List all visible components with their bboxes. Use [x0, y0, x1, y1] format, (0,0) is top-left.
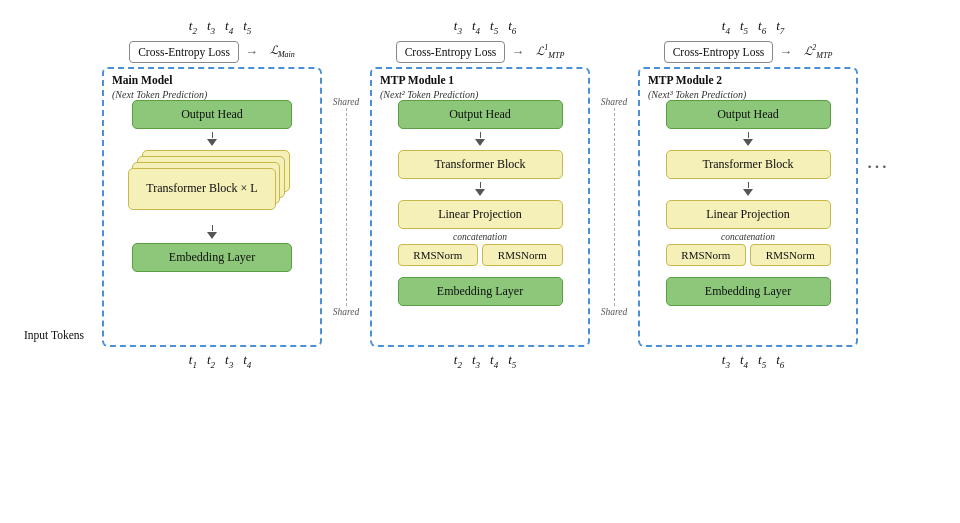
input-tokens-label: Input Tokens [24, 329, 84, 341]
token-t4-mtp2-input: t4 [740, 352, 748, 370]
main-output-head: Output Head [132, 100, 292, 129]
arrow4 [480, 182, 481, 188]
arrow1 [212, 132, 213, 138]
mtp2-content: Output Head Transformer Block Linear Pro… [648, 97, 848, 309]
mtp2-box: MTP Module 2 (Next³ Token Prediction) Ou… [638, 67, 858, 347]
mtp2-rmsnorm-row: RMSNorm RMSNorm [666, 244, 831, 266]
main-loss-arrow: → [245, 44, 258, 60]
token-t2-main-target: t2 [189, 18, 197, 36]
mtp2-input-tokens: t3 t4 t5 t6 [712, 352, 785, 370]
main-target-tokens: t2 t3 t4 t5 [173, 18, 252, 36]
mtp2-ce-row: Cross-Entropy Loss → ℒ2MTP [664, 41, 833, 63]
main-transformer-stack: Transformer Block × L [128, 150, 296, 222]
arrow5 [748, 132, 749, 138]
mtp1-embedding-layer: Embedding Layer [398, 277, 563, 306]
shared-label-bottom-1: Shared [331, 306, 362, 318]
token-t3-mtp1-input: t3 [472, 352, 480, 370]
main-loss-label: ℒMain [270, 43, 295, 59]
arrow6-head [743, 189, 753, 196]
mtp2-subtitle: (Next³ Token Prediction) [648, 89, 746, 100]
token-t4-mtp1-target: t4 [472, 18, 480, 36]
token-t4-main-target: t4 [225, 18, 233, 36]
token-t3-mtp1-target: t3 [454, 18, 462, 36]
connector-2: Shared Shared [590, 96, 638, 318]
mtp1-ce-row: Cross-Entropy Loss → ℒ1MTP [396, 41, 565, 63]
mtp2-output-head: Output Head [666, 100, 831, 129]
mtp2-transformer-block: Transformer Block [666, 150, 831, 179]
token-t6-mtp1-target: t6 [508, 18, 516, 36]
token-t5-mtp1-input: t5 [508, 352, 516, 370]
main-model-column: t2 t3 t4 t5 Cross-Entropy Loss → ℒMain M… [102, 18, 322, 369]
mtp2-rmsnorm-1: RMSNorm [666, 244, 747, 266]
main-model-box: Main Model (Next Token Prediction) Outpu… [102, 67, 322, 347]
mtp2-target-tokens: t4 t5 t6 t7 [712, 18, 785, 36]
arrow2-head [207, 232, 217, 239]
token-t7-mtp2-target: t7 [776, 18, 784, 36]
mtp1-input-tokens: t2 t3 t4 t5 [444, 352, 517, 370]
mtp1-column: t3 t4 t5 t6 Cross-Entropy Loss → ℒ1MTP M… [370, 18, 590, 369]
main-transformer-label: Transformer Block × L [146, 181, 257, 196]
token-t2-mtp1-input: t2 [454, 352, 462, 370]
arrow2 [212, 225, 213, 231]
mtp2-concat-label: concatenation [721, 232, 775, 242]
token-t5-mtp2-input: t5 [758, 352, 766, 370]
mtp1-linear-projection: Linear Projection [398, 200, 563, 229]
arrow6 [748, 182, 749, 188]
token-t1-main-input: t1 [189, 352, 197, 370]
mtp2-embedding-layer: Embedding Layer [666, 277, 831, 306]
mtp1-target-tokens: t3 t4 t5 t6 [444, 18, 517, 36]
mtp1-transformer-block: Transformer Block [398, 150, 563, 179]
main-ce-row: Cross-Entropy Loss → ℒMain [129, 41, 295, 63]
shared-label-top-2: Shared [599, 96, 630, 108]
mtp1-box: MTP Module 1 (Next² Token Prediction) Ou… [370, 67, 590, 347]
token-t4-main-input: t4 [243, 352, 251, 370]
mtp1-rmsnorm-row: RMSNorm RMSNorm [398, 244, 563, 266]
mtp1-loss-label: ℒ1MTP [536, 43, 564, 60]
shared-dashed-line-1 [346, 108, 347, 306]
main-model-title: Main Model [112, 74, 172, 86]
mtp1-loss-arrow: → [511, 44, 524, 60]
mtp2-cross-entropy: Cross-Entropy Loss [664, 41, 774, 63]
mtp1-subtitle: (Next² Token Prediction) [380, 89, 478, 100]
arrow3 [480, 132, 481, 138]
mtp1-output-head: Output Head [398, 100, 563, 129]
mtp2-rmsnorm-2: RMSNorm [750, 244, 831, 266]
shared-label-top-1: Shared [331, 96, 362, 108]
shared-label-bottom-2: Shared [599, 306, 630, 318]
token-t4-mtp2-target: t4 [722, 18, 730, 36]
token-t5-main-target: t5 [243, 18, 251, 36]
token-t6-mtp2-target: t6 [758, 18, 766, 36]
main-embedding-layer: Embedding Layer [132, 243, 292, 272]
mtp1-concat-label: concatenation [453, 232, 507, 242]
token-t3-mtp2-input: t3 [722, 352, 730, 370]
token-t2-main-input: t2 [207, 352, 215, 370]
token-t4-mtp1-input: t4 [490, 352, 498, 370]
mtp1-rmsnorm-2: RMSNorm [482, 244, 563, 266]
arrow5-head [743, 139, 753, 146]
mtp1-content: Output Head Transformer Block Linear Pro… [380, 97, 580, 309]
mtp2-loss-arrow: → [779, 44, 792, 60]
token-t5-mtp1-target: t5 [490, 18, 498, 36]
mtp2-linear-projection: Linear Projection [666, 200, 831, 229]
mtp1-cross-entropy: Cross-Entropy Loss [396, 41, 506, 63]
arrow3-head [475, 139, 485, 146]
mtp2-title: MTP Module 2 [648, 74, 722, 86]
arrow1-head [207, 139, 217, 146]
token-t6-mtp2-input: t6 [776, 352, 784, 370]
mtp2-loss-label: ℒ2MTP [804, 43, 832, 60]
shared-dashed-line-2 [614, 108, 615, 306]
token-t3-main-target: t3 [207, 18, 215, 36]
mtp1-rmsnorm-1: RMSNorm [398, 244, 479, 266]
arrow4-head [475, 189, 485, 196]
token-t3-main-input: t3 [225, 352, 233, 370]
main-input-tokens: t1 t2 t3 t4 [173, 352, 252, 370]
main-cross-entropy: Cross-Entropy Loss [129, 41, 239, 63]
connector-1: Shared Shared [322, 96, 370, 318]
mtp1-title: MTP Module 1 [380, 74, 454, 86]
main-content: Output Head Transformer Block × L [112, 97, 312, 275]
main-model-subtitle: (Next Token Prediction) [112, 89, 207, 100]
token-t5-mtp2-target: t5 [740, 18, 748, 36]
mtp2-column: t4 t5 t6 t7 Cross-Entropy Loss → ℒ2MTP M… [638, 18, 858, 369]
continuation-dots: … [858, 18, 890, 174]
